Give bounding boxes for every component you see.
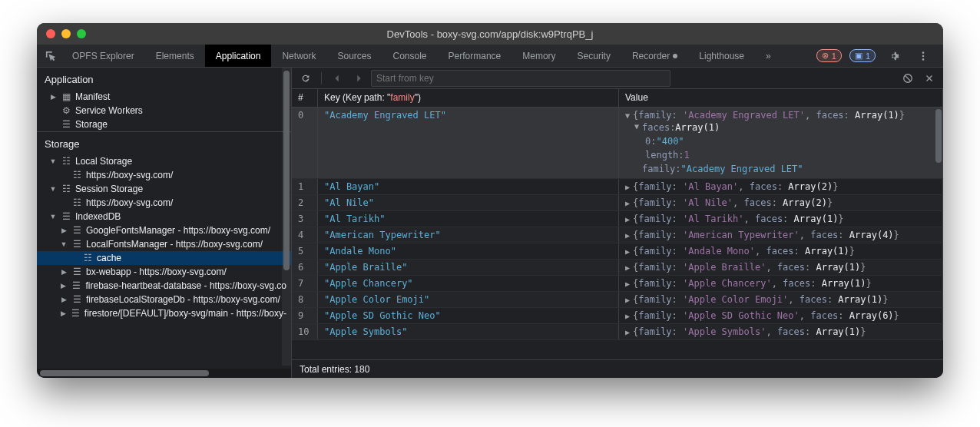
database-icon: ☰ [71, 266, 83, 277]
svg-point-2 [922, 58, 925, 61]
row-index: 1 [292, 179, 318, 194]
tree-storage-summary[interactable]: ☰Storage [37, 118, 291, 131]
table-row[interactable]: 3"Al Tarikh"▶{family: 'Al Tarikh', faces… [292, 211, 943, 227]
application-sidebar: Application ▶▦Manifest ⚙Service Workers … [37, 68, 292, 378]
tree-db-firestore[interactable]: ▶☰firestore/[DEFAULT]/boxy-svg/main - ht… [37, 306, 291, 320]
col-index[interactable]: # [292, 89, 318, 107]
tab-security[interactable]: Security [567, 45, 621, 67]
table-row[interactable]: 5"Andale Mono"▶{family: 'Andale Mono', f… [292, 243, 943, 260]
tab-network[interactable]: Network [271, 45, 326, 67]
table-row[interactable]: 4"American Typewriter"▶{family: 'America… [292, 227, 943, 243]
tree-db-firebase-localstorage[interactable]: ▶☰firebaseLocalStorageDb - https://boxy-… [37, 293, 291, 306]
tab-console[interactable]: Console [382, 45, 438, 67]
more-tabs-button[interactable]: » [755, 45, 782, 67]
origin-icon: ☷ [71, 170, 83, 180]
inspect-icon[interactable] [40, 51, 61, 61]
row-key: "Andale Mono" [318, 243, 619, 259]
tree-session-storage-origin[interactable]: ☷https://boxy-svg.com/ [37, 196, 291, 210]
idb-toolbar [292, 68, 943, 89]
sidebar-horizontal-scrollbar[interactable] [37, 369, 291, 378]
row-key: "American Typewriter" [318, 227, 619, 243]
window-title: DevTools - boxy-svg.com/app/disk:w9PtrqP… [37, 28, 943, 40]
table-row[interactable]: 0"Academy Engraved LET"▼{family: 'Academ… [292, 108, 943, 179]
database-icon: ☰ [71, 280, 83, 291]
clear-store-button[interactable] [899, 69, 917, 88]
row-value: ▶{family: 'Andale Mono', faces: Array(1)… [619, 243, 943, 259]
database-icon: ☰ [70, 308, 81, 319]
recorder-dot-icon [673, 54, 677, 58]
error-badge[interactable]: ⊗1 [816, 49, 842, 62]
row-value: ▶{family: 'American Typewriter', faces: … [619, 227, 943, 243]
row-key: "Apple Braille" [318, 260, 619, 275]
row-key: "Apple Chancery" [318, 276, 619, 291]
info-badge[interactable]: ▣1 [849, 49, 876, 62]
col-value[interactable]: Value [619, 89, 943, 107]
table-row[interactable]: 8"Apple Color Emoji"▶{family: 'Apple Col… [292, 292, 943, 308]
delete-selected-button[interactable] [920, 69, 939, 88]
database-icon: ☰ [71, 239, 83, 250]
tree-local-storage-origin[interactable]: ☷https://boxy-svg.com/ [37, 168, 291, 182]
indexeddb-panel: # Key (Key path: "family") Value 0"Acade… [292, 68, 943, 378]
refresh-button[interactable] [296, 69, 315, 88]
prev-page-button[interactable] [328, 69, 346, 88]
tree-db-googlefonts[interactable]: ▶☰GoogleFontsManager - https://boxy-svg.… [37, 223, 291, 237]
table-row[interactable]: 2"Al Nile"▶{family: 'Al Nile', faces: Ar… [292, 195, 943, 211]
svg-point-0 [922, 51, 925, 54]
table-row[interactable]: 1"Al Bayan"▶{family: 'Al Bayan', faces: … [292, 179, 943, 195]
tree-db-bxwebapp[interactable]: ▶☰bx-webapp - https://boxy-svg.com/ [37, 265, 291, 279]
row-index: 4 [292, 227, 318, 243]
more-icon[interactable] [912, 51, 934, 61]
row-key: "Al Bayan" [318, 179, 619, 194]
row-key: "Apple Symbols" [318, 324, 619, 339]
tab-sources[interactable]: Sources [326, 45, 382, 67]
row-value: ▶{family: 'Apple SD Gothic Neo', faces: … [619, 308, 943, 323]
next-page-button[interactable] [349, 69, 368, 88]
tab-opfs-explorer[interactable]: OPFS Explorer [61, 45, 145, 67]
section-storage: Storage [37, 131, 291, 154]
row-key: "Apple SD Gothic Neo" [318, 308, 619, 323]
tree-indexeddb[interactable]: ▼☰IndexedDB [37, 210, 291, 223]
titlebar: DevTools - boxy-svg.com/app/disk:w9PtrqP… [37, 23, 943, 45]
row-value: ▶{family: 'Al Tarikh', faces: Array(1)} [619, 211, 943, 227]
origin-icon: ☷ [71, 197, 83, 208]
settings-icon[interactable] [883, 51, 905, 61]
tree-db-localfonts[interactable]: ▼☰LocalFontsManager - https://boxy-svg.c… [37, 237, 291, 251]
svg-point-1 [922, 55, 925, 57]
total-entries: Total entries: 180 [300, 364, 369, 375]
row-key: "Academy Engraved LET" [318, 108, 619, 178]
tab-application[interactable]: Application [205, 45, 272, 67]
table-row[interactable]: 6"Apple Braille"▶{family: 'Apple Braille… [292, 260, 943, 276]
start-key-input[interactable] [371, 70, 670, 87]
panel-tabs: OPFS Explorer Elements Application Netwo… [61, 45, 782, 67]
tree-objectstore-cache[interactable]: ☷cache [37, 251, 291, 265]
data-grid: 0"Academy Engraved LET"▼{family: 'Academ… [292, 108, 943, 359]
session-storage-icon: ☷ [60, 184, 72, 194]
tab-elements[interactable]: Elements [145, 45, 205, 67]
row-index: 7 [292, 276, 318, 291]
row-value: ▶{family: 'Apple Braille', faces: Array(… [619, 260, 943, 275]
row-index: 5 [292, 243, 318, 259]
local-storage-icon: ☷ [60, 156, 72, 167]
database-icon: ☰ [71, 225, 83, 236]
tab-lighthouse[interactable]: Lighthouse [688, 45, 755, 67]
sidebar-vertical-scrollbar[interactable] [282, 68, 291, 366]
row-value: ▼{family: 'Academy Engraved LET', faces:… [619, 108, 943, 178]
tree-service-workers[interactable]: ⚙Service Workers [37, 104, 291, 118]
tab-performance[interactable]: Performance [438, 45, 512, 67]
table-row[interactable]: 7"Apple Chancery"▶{family: 'Apple Chance… [292, 276, 943, 292]
section-application: Application [37, 68, 291, 90]
tree-local-storage[interactable]: ▼☷Local Storage [37, 154, 291, 168]
tree-session-storage[interactable]: ▼☷Session Storage [37, 182, 291, 196]
col-key[interactable]: Key (Key path: "family") [318, 89, 619, 107]
table-row[interactable]: 10"Apple Symbols"▶{family: 'Apple Symbol… [292, 324, 943, 340]
row-value: ▶{family: 'Al Nile', faces: Array(2)} [619, 195, 943, 210]
tree-manifest[interactable]: ▶▦Manifest [37, 90, 291, 104]
tab-memory[interactable]: Memory [512, 45, 566, 67]
tabbar-status: ⊗1 ▣1 [810, 49, 940, 62]
tree-db-firebase-heartbeat[interactable]: ▶☰firebase-heartbeat-database - https://… [37, 279, 291, 293]
grid-vertical-scrollbar[interactable] [934, 108, 943, 359]
table-row[interactable]: 9"Apple SD Gothic Neo"▶{family: 'Apple S… [292, 308, 943, 324]
database-icon: ☰ [71, 294, 83, 305]
tab-recorder[interactable]: Recorder [621, 45, 688, 67]
row-value: ▶{family: 'Apple Chancery', faces: Array… [619, 276, 943, 291]
